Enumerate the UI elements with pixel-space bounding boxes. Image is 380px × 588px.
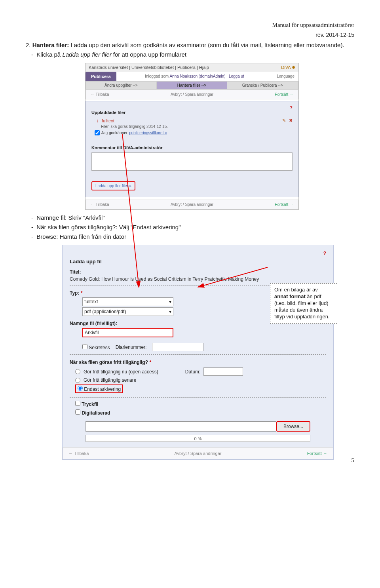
top-links-left[interactable]: Karlstads universitet | Universitetsbibl… <box>89 65 209 70</box>
file-fulltext-link[interactable]: fulltext <box>102 118 114 123</box>
file-path-input[interactable] <box>86 421 276 432</box>
screenshot-1: Karlstads universitet | Universitetsbibl… <box>85 63 299 210</box>
nav-cancel-save-2[interactable]: Avbryt / Spara ändringar <box>171 202 213 207</box>
file-availability-note: Filen ska göras tillgänglig 2014-12-15. <box>91 124 293 129</box>
upload-more-files-button[interactable]: Ladda upp fler filer » <box>91 181 135 190</box>
screenshot-2: Om en bilaga är av annat format än pdf (… <box>62 245 334 460</box>
radio-archive-only-label: Endast arkivering <box>84 386 121 392</box>
top-link-bar: Karlstads universitet | Universitetsbibl… <box>86 63 298 72</box>
logout-link[interactable]: Logga ut <box>229 74 244 78</box>
mid-bullet-1: - Namnge fil: Skriv "Arkivfil" <box>37 214 354 222</box>
nav-forward-3[interactable]: Fortsätt → <box>307 451 327 456</box>
label-titel: Titel: <box>70 269 326 275</box>
input-diarienummer[interactable] <box>152 343 203 351</box>
accept-terms-label: Jag godkänner <box>101 131 127 135</box>
page-header-rev: rev. 2014-12-15 <box>26 32 354 38</box>
uploaded-files-panel: ? Uppladdade filer ↓ fulltext ✎ ✖ Filen … <box>86 101 298 197</box>
page-number: 5 <box>352 457 355 464</box>
title-value: Comedy Gold: How Humour is Used as Socia… <box>70 276 326 282</box>
page-header-title: Manual för uppsatsadministratörer <box>26 22 354 29</box>
label-diarienummer: Diarienummer: <box>116 344 147 350</box>
comment-textarea[interactable] <box>91 152 293 171</box>
radio-archive-only[interactable] <box>78 386 83 391</box>
select-mimetype[interactable]: pdf (application/pdf)▾ <box>82 307 173 316</box>
uploaded-files-heading: Uppladdade filer <box>91 110 293 115</box>
label-datum: Datum: <box>185 369 201 375</box>
step-tab-2[interactable]: Hantera filer --> <box>157 82 228 89</box>
terms-link[interactable]: publiceringsvillkoret » <box>129 131 167 135</box>
step-tab-3[interactable]: Granska / Publicera --> <box>227 82 298 89</box>
step-tab-1[interactable]: Ändra uppgifter --> <box>86 82 157 89</box>
delete-file-icon[interactable]: ✖ <box>289 118 293 123</box>
nav-back-3[interactable]: ← Tillbaka <box>68 451 89 456</box>
intro-paragraph: 2. Hantera filer: Ladda upp den arkivfil… <box>26 41 354 49</box>
edit-file-icon[interactable]: ✎ <box>282 118 286 123</box>
nav-cancel-save-3[interactable]: Avbryt / Spara ändringar <box>174 451 221 456</box>
label-availability: När ska filen göras fritt tillgänglig? * <box>70 360 326 365</box>
language-link[interactable]: Language <box>273 72 299 81</box>
select-filetype[interactable]: fulltext▾ <box>82 297 173 306</box>
mid-bullet-3: - Browse: Hämta filen från din dator <box>37 233 354 241</box>
upload-file-heading: Ladda upp fil <box>70 259 326 265</box>
radio-open-access-label: Gör fritt tillgänglig nu (open access) <box>84 369 158 375</box>
help-icon-2[interactable]: ? <box>70 251 326 256</box>
diva-logo: DiVA ✸ <box>281 65 295 70</box>
upload-progress: 0 % <box>86 435 310 442</box>
sekretess-checkbox[interactable]: Sekretess <box>82 344 110 350</box>
help-icon[interactable]: ? <box>91 105 293 110</box>
download-icon: ↓ <box>96 118 99 124</box>
login-info: Inloggad som Anna Noaksson (domainAdmin)… <box>116 72 273 81</box>
comment-heading: Kommentar till DiVA-administratör <box>91 145 293 150</box>
digitaliserad-checkbox[interactable]: Digitaliserad <box>75 409 110 416</box>
nav-back-2[interactable]: ← Tillbaka <box>91 202 109 207</box>
tab-publicera[interactable]: Publicera <box>86 72 116 81</box>
radio-open-access[interactable] <box>75 369 80 374</box>
callout-note: Om en bilaga är av annat format än pdf (… <box>270 283 337 323</box>
tryckfil-checkbox[interactable]: Tryckfil <box>75 401 98 407</box>
input-datum[interactable] <box>203 367 243 376</box>
accept-terms-checkbox[interactable] <box>95 130 100 135</box>
input-filename[interactable]: Arkivfil <box>82 328 173 337</box>
nav-forward-2[interactable]: Fortsätt → <box>275 202 293 207</box>
browse-button[interactable]: Browse... <box>276 421 310 432</box>
radio-later-label: Gör fritt tillgänglig senare <box>84 377 136 383</box>
mid-bullet-2: - När ska filen göras tillgänglig?: Välj… <box>37 223 354 231</box>
nav-back[interactable]: ← Tillbaka <box>91 92 109 97</box>
radio-later[interactable] <box>75 378 80 383</box>
user-link[interactable]: Anna Noaksson (domainAdmin) <box>169 74 225 78</box>
intro-bullet-1: - Klicka på Ladda upp fler filer för att… <box>37 51 354 59</box>
nav-forward[interactable]: Fortsätt → <box>275 92 293 97</box>
nav-cancel-save[interactable]: Avbryt / Spara ändringar <box>171 92 213 97</box>
